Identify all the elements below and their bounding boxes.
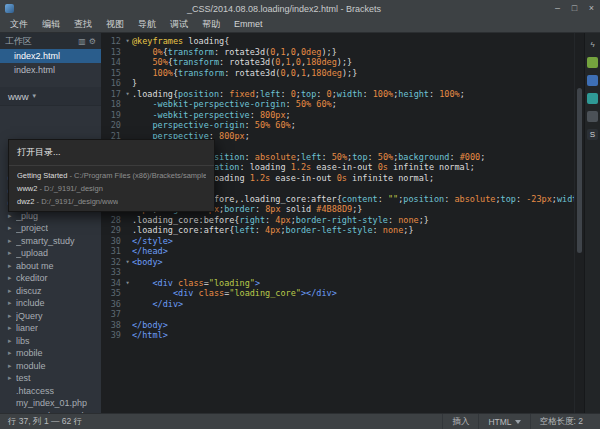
tree-item[interactable]: my_study_test.php <box>0 410 101 414</box>
menu-item[interactable]: 导航 <box>131 17 163 32</box>
gear-icon[interactable]: ⚙ <box>89 37 96 46</box>
tree-item[interactable]: ▸ckeditor <box>0 272 101 285</box>
line-number[interactable]: 30 <box>101 236 123 247</box>
line-number[interactable]: 31 <box>101 246 123 257</box>
tree-item[interactable]: ▸test <box>0 372 101 385</box>
code-line[interactable]: 39</html> <box>101 330 574 341</box>
line-number[interactable]: 38 <box>101 320 123 331</box>
code-token: ; <box>291 120 296 130</box>
code-line[interactable]: 18 -webkit-perspective-origin: 50% 60%; <box>101 99 574 110</box>
indent-setting[interactable]: 空格长度: 2 <box>530 414 592 429</box>
tree-item[interactable]: ▸_project <box>0 222 101 235</box>
code-line[interactable]: 17▾.loading{position: fixed;left: 0;top:… <box>101 89 574 100</box>
code-line[interactable]: 20 perspective-origin: 50% 60%; <box>101 120 574 131</box>
fold-icon[interactable]: ▾ <box>123 89 132 100</box>
code-editor[interactable]: 12▾@keyframes loading{13 0%{transform: r… <box>101 33 574 413</box>
extension-blue-icon[interactable] <box>587 75 598 86</box>
line-number[interactable]: 33 <box>101 267 123 278</box>
open-folder-menu-item[interactable]: 打开目录... <box>9 143 214 163</box>
minimize-icon[interactable]: – <box>549 1 566 16</box>
fold-icon <box>123 99 132 110</box>
code-line[interactable]: 33 <box>101 267 574 278</box>
line-number[interactable]: 29 <box>101 225 123 236</box>
menu-item[interactable]: 调试 <box>163 17 195 32</box>
recent-folder-item[interactable]: Getting Started - C:/Program Files (x86)… <box>9 169 214 182</box>
fold-icon[interactable]: ▾ <box>123 257 132 268</box>
line-number[interactable]: 19 <box>101 110 123 121</box>
line-number[interactable]: 39 <box>101 330 123 341</box>
tree-item[interactable]: ▸libs <box>0 335 101 348</box>
tree-item[interactable]: ▸about me <box>0 260 101 273</box>
code-line[interactable]: 35 <div class="loading_core"></div> <box>101 288 574 299</box>
code-line[interactable]: 36 </div> <box>101 299 574 310</box>
insert-mode-toggle[interactable]: 插入 <box>442 414 478 429</box>
tree-label: _project <box>16 222 48 235</box>
line-number[interactable]: 20 <box>101 120 123 131</box>
line-number[interactable]: 37 <box>101 309 123 320</box>
tree-item[interactable]: ▸jQuery <box>0 310 101 323</box>
line-number[interactable]: 12 <box>101 36 123 47</box>
menu-item[interactable]: 视图 <box>99 17 131 32</box>
scrollbar-thumb[interactable] <box>577 88 582 253</box>
editor-scrollbar[interactable] <box>574 33 584 413</box>
line-number[interactable]: 13 <box>101 47 123 58</box>
code-line[interactable]: 15 100%{transform: rotate3d(0,0,1,180deg… <box>101 68 574 79</box>
live-preview-icon[interactable]: ϟ <box>587 39 598 50</box>
tree-item[interactable]: my_index_01.php <box>0 397 101 410</box>
tree-item[interactable]: ▸module <box>0 360 101 373</box>
line-number[interactable]: 14 <box>101 57 123 68</box>
line-number[interactable]: 18 <box>101 99 123 110</box>
code-token: ; <box>480 152 485 162</box>
line-number[interactable]: 36 <box>101 299 123 310</box>
code-line[interactable]: 30</style> <box>101 236 574 247</box>
tree-item[interactable]: ▸include <box>0 297 101 310</box>
menu-item[interactable]: 编辑 <box>35 17 67 32</box>
menu-item[interactable]: 帮助 <box>195 17 227 32</box>
code-line[interactable]: 13 0%{transform: rotate3d(0,1,0,0deg);} <box>101 47 574 58</box>
extension-s-icon[interactable]: S <box>587 129 598 140</box>
tree-item[interactable]: ▸mobile <box>0 347 101 360</box>
code-line[interactable]: 16} <box>101 78 574 89</box>
code-line[interactable]: 37 <box>101 309 574 320</box>
split-view-icon[interactable]: ▥ <box>78 37 86 46</box>
extension-gray-icon[interactable] <box>587 111 598 122</box>
code-token: : loading <box>239 162 290 172</box>
code-line[interactable]: 38</body> <box>101 320 574 331</box>
line-number[interactable]: 35 <box>101 288 123 299</box>
recent-folder-item[interactable]: www2 - D:/_9191/_design <box>9 182 214 195</box>
disclosure-icon: ▸ <box>8 285 16 298</box>
tree-item[interactable]: ▸_upload <box>0 247 101 260</box>
line-number[interactable]: 34 <box>101 278 123 289</box>
fold-icon[interactable]: ▾ <box>123 36 132 47</box>
code-line[interactable]: 32▾<body> <box>101 257 574 268</box>
code-line[interactable]: 29.loading_core:after{left: 4px;border-l… <box>101 225 574 236</box>
tree-item[interactable]: ▸lianer <box>0 322 101 335</box>
open-file-item[interactable]: index.html <box>0 63 101 77</box>
extension-green-icon[interactable] <box>587 57 598 68</box>
line-number[interactable]: 28 <box>101 215 123 226</box>
extension-teal-icon[interactable] <box>587 93 598 104</box>
close-icon[interactable]: × <box>583 1 600 16</box>
line-number[interactable]: 17 <box>101 89 123 100</box>
code-line[interactable]: 14 50%{transform: rotate3d(0,1,0,180deg)… <box>101 57 574 68</box>
tree-item[interactable]: .htaccess <box>0 385 101 398</box>
tree-item[interactable]: ▸discuz <box>0 285 101 298</box>
code-line[interactable]: 31</head> <box>101 246 574 257</box>
line-number[interactable]: 32 <box>101 257 123 268</box>
menu-item[interactable]: 文件 <box>3 17 35 32</box>
open-file-item[interactable]: index2.html <box>0 49 101 63</box>
menu-item[interactable]: 查找 <box>67 17 99 32</box>
line-number[interactable]: 16 <box>101 78 123 89</box>
maximize-icon[interactable]: □ <box>566 1 583 16</box>
code-line[interactable]: 12▾@keyframes loading{ <box>101 36 574 47</box>
project-dropdown-toggle[interactable]: www ▾ <box>0 87 101 106</box>
language-selector[interactable]: HTML <box>478 414 529 429</box>
tree-item[interactable]: ▸_smarty_study <box>0 235 101 248</box>
code-line[interactable]: 19 -webkit-perspective: 800px; <box>101 110 574 121</box>
code-line[interactable]: 34▾ <div class="loading"> <box>101 278 574 289</box>
line-number[interactable]: 15 <box>101 68 123 79</box>
recent-folder-item[interactable]: dwz2 - D:/_9191/_design/www <box>9 195 214 208</box>
fold-icon[interactable]: ▾ <box>123 278 132 289</box>
code-line[interactable]: 28.loading_core:before{right: 4px;border… <box>101 215 574 226</box>
menu-item[interactable]: Emmet <box>227 17 270 32</box>
